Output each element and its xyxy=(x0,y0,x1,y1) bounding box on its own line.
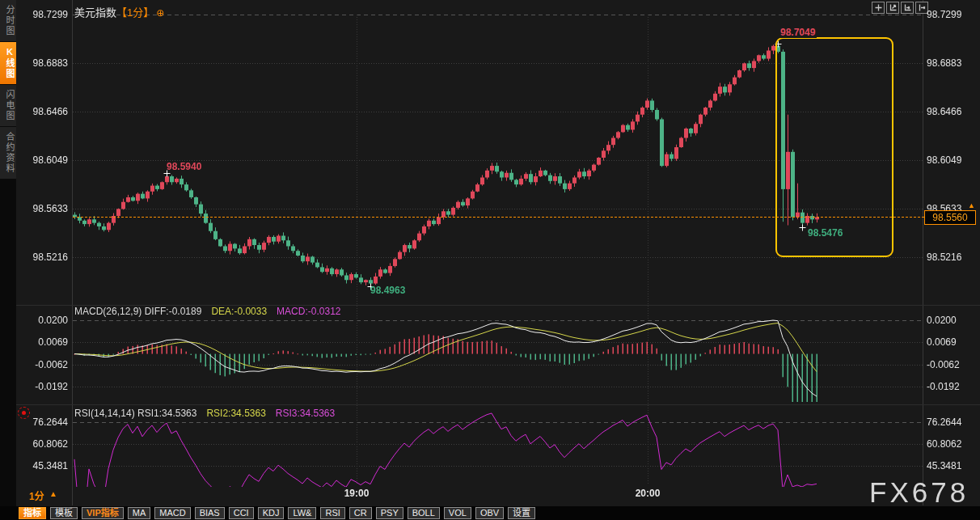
session-low-label: 98.5476 xyxy=(808,227,843,239)
tab-VIP指标[interactable]: VIP指标 xyxy=(82,507,124,519)
rsi-axis-label: 76.2644 xyxy=(927,416,961,428)
tab-模板[interactable]: 模板 xyxy=(50,507,78,519)
current-price-line xyxy=(73,217,924,218)
macd-dea-value: DEA:-0.0033 xyxy=(211,306,267,317)
price-axis-label: 98.7299 xyxy=(927,9,961,20)
macd-axis-label: -0.0062 xyxy=(16,359,68,370)
tab-指标[interactable]: 指标 xyxy=(19,507,46,519)
price-axis-label: 98.5216 xyxy=(16,252,68,263)
price-axis-label: 98.6049 xyxy=(16,154,68,166)
period-tag: 【1分】 xyxy=(116,6,154,19)
time-axis-label: 20:00 xyxy=(636,488,661,499)
swing-high-label: 98.5940 xyxy=(167,161,201,172)
tab-KDJ[interactable]: KDJ xyxy=(258,507,285,519)
tab-OBV[interactable]: OBV xyxy=(475,507,504,519)
rsi-title: RSI(14,14,14) RSI1:34.5363 xyxy=(74,408,196,419)
sidebar-item-contract-info[interactable]: 合约资料 xyxy=(0,127,16,180)
macd-axis-label: 0.0069 xyxy=(16,336,68,348)
rsi-axis-label: 45.3481 xyxy=(927,460,961,471)
session-high-label: 98.7049 xyxy=(779,27,817,38)
price-axis-label: 98.6049 xyxy=(927,154,961,166)
macd-axis-label: 0.0069 xyxy=(927,336,957,348)
tab-设置[interactable]: 设置 xyxy=(508,507,535,519)
current-price-tag: 98.5560 xyxy=(924,210,976,225)
zoom-y-axis-icon[interactable] xyxy=(886,2,899,14)
macd-axis-label: -0.0062 xyxy=(927,359,960,370)
symbol-name: 美元指数 xyxy=(74,6,116,19)
tab-VOL[interactable]: VOL xyxy=(444,507,471,519)
chart-toolbar xyxy=(872,2,928,14)
macd-value: MACD:-0.0312 xyxy=(277,306,340,317)
rsi-axis-label: 60.8062 xyxy=(927,438,961,450)
tab-BIAS[interactable]: BIAS xyxy=(195,507,225,519)
sidebar: 分时图 K线图 闪电图 合约资料 xyxy=(0,0,16,520)
period-dropdown-arrow-icon[interactable]: ▲ xyxy=(49,489,57,498)
time-axis-label: 19:00 xyxy=(344,488,370,499)
tab-PSY[interactable]: PSY xyxy=(376,507,403,519)
macd-title: MACD(26,12,9) DIFF:-0.0189 xyxy=(74,306,201,317)
macd-header: MACD(26,12,9) DIFF:-0.0189DEA:-0.0033MAC… xyxy=(74,306,340,317)
tab-MA[interactable]: MA xyxy=(128,507,151,519)
chart-application: 分时图 K线图 闪电图 合约资料 美元指数【1分】⊕ 98.5940 98.49… xyxy=(0,0,980,520)
price-axis-label: 98.5216 xyxy=(927,252,961,263)
macd-axis-label: 0.0200 xyxy=(927,315,957,326)
tab-LW&[interactable]: LW& xyxy=(288,507,316,519)
watermark: FX678 xyxy=(869,476,969,509)
price-axis-label: 98.6466 xyxy=(16,106,68,117)
price-axis-label: 98.5633 xyxy=(16,203,68,214)
rsi-axis-label: 60.8062 xyxy=(16,438,68,450)
price-axis-label: 98.6883 xyxy=(16,57,68,69)
tab-MACD[interactable]: MACD xyxy=(154,507,190,519)
tab-BOLL[interactable]: BOLL xyxy=(408,507,440,519)
rsi2-value: RSI2:34.5363 xyxy=(206,408,265,419)
move-tool-icon[interactable] xyxy=(872,2,885,14)
rsi3-value: RSI3:34.5363 xyxy=(276,408,335,419)
period-label[interactable]: 1分 xyxy=(29,488,44,502)
tab-CR[interactable]: CR xyxy=(349,507,372,519)
tab-RSI[interactable]: RSI xyxy=(320,507,344,519)
sidebar-item-lightning[interactable]: 闪电图 xyxy=(0,85,16,127)
price-axis-label: 98.6466 xyxy=(927,106,961,117)
sidebar-item-timeshare[interactable]: 分时图 xyxy=(0,0,16,42)
macd-axis-label: -0.0192 xyxy=(927,381,960,392)
macd-axis-label: -0.0192 xyxy=(16,381,68,392)
swing-low-label: 98.4963 xyxy=(370,285,405,296)
macd-axis-label: 0.0200 xyxy=(16,315,68,326)
indicator-tabs: 指标模板VIP指标MAMACDBIASCCIKDJLW&RSICRPSYBOLL… xyxy=(19,507,535,519)
sidebar-item-kline[interactable]: K线图 xyxy=(0,42,16,85)
price-axis-label: 98.7299 xyxy=(16,9,68,20)
alert-icon[interactable] xyxy=(18,407,30,419)
chart-title: 美元指数【1分】⊕ xyxy=(74,4,164,19)
current-price-arrow-icon: ▲ xyxy=(968,201,975,209)
zoom-x-axis-icon[interactable] xyxy=(901,2,914,14)
panel-separator xyxy=(16,404,980,405)
highlight-box[interactable] xyxy=(775,37,893,257)
price-axis-label: 98.6883 xyxy=(927,57,961,69)
rsi-axis-label: 45.3481 xyxy=(16,460,68,471)
link-icon[interactable]: ⊕ xyxy=(156,7,164,19)
tab-CCI[interactable]: CCI xyxy=(229,507,254,519)
rsi-header: RSI(14,14,14) RSI1:34.5363RSI2:34.5363RS… xyxy=(74,408,335,419)
